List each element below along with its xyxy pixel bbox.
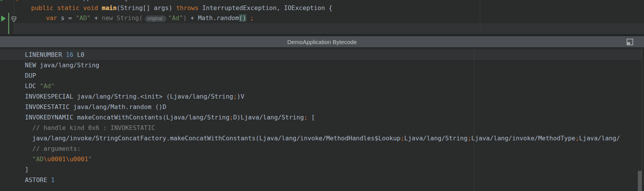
java-code-line: public static void main(String[] args) t… bbox=[16, 3, 644, 13]
run-icon-clipped bbox=[1, 0, 5, 1]
code-token: ; bbox=[229, 114, 233, 121]
code-token: 16 bbox=[66, 51, 73, 58]
code-token: ; bbox=[233, 93, 237, 100]
code-token bbox=[10, 155, 32, 163]
code-token: ; bbox=[250, 14, 254, 22]
code-token: INVOKESPECIAL java/lang/String.<init> (L… bbox=[10, 93, 233, 100]
code-token: // arguments: bbox=[10, 145, 81, 152]
java-code-line: var s = "AD" + new String(original:"Ad")… bbox=[16, 13, 644, 23]
bytecode-line: ASTORE 1 bbox=[10, 175, 642, 185]
code-token: [ bbox=[308, 114, 315, 121]
code-token: (String[] args) bbox=[117, 4, 176, 12]
code-token: ] bbox=[10, 166, 29, 173]
code-token: + Math. bbox=[190, 14, 216, 22]
code-token: ; bbox=[468, 135, 471, 142]
scrollbar-track-border bbox=[642, 47, 642, 191]
bytecode-line: // handle kind 0x6 : INVOKESTATIC bbox=[10, 123, 642, 133]
inlay-hint: original: bbox=[145, 15, 166, 22]
bytecode-line: INVOKESTATIC java/lang/Math.random ()D bbox=[10, 102, 642, 112]
code-token: public class bbox=[16, 0, 64, 2]
code-token: NEW java/lang/String bbox=[10, 61, 99, 69]
java-editor[interactable]: public class DemoApplication { public st… bbox=[0, 0, 644, 34]
caret-line-highlight bbox=[14, 23, 644, 34]
code-token: throws bbox=[176, 4, 202, 12]
code-token: Ljava/lang/String bbox=[404, 135, 468, 142]
code-token: "AD bbox=[32, 155, 44, 163]
bytecode-panel-header[interactable]: DemoApplication Bytecode bbox=[0, 36, 644, 47]
code-token: new String( bbox=[102, 14, 143, 22]
code-token: DUP bbox=[10, 72, 36, 79]
code-token: 1 bbox=[51, 176, 55, 184]
bytecode-lines: LINENUMBER 16 L0 NEW java/lang/String DU… bbox=[0, 47, 642, 185]
bytecode-line: "AD\u0001\u0001" bbox=[10, 154, 642, 164]
bytecode-line: DUP bbox=[10, 70, 642, 81]
bytecode-line: NEW java/lang/String bbox=[10, 60, 642, 70]
code-token: s = bbox=[61, 14, 76, 22]
code-token: DemoApplication { bbox=[64, 0, 128, 2]
bytecode-line: LINENUMBER 16 L0 bbox=[10, 49, 642, 60]
java-code-line: public class DemoApplication { bbox=[16, 0, 644, 3]
fold-arrow-icon[interactable] bbox=[11, 16, 17, 23]
code-token: ; bbox=[304, 114, 308, 121]
bytecode-editor[interactable]: LINENUMBER 16 L0 NEW java/lang/String DU… bbox=[0, 47, 644, 191]
bytecode-line: java/lang/invoke/StringConcatFactory.mak… bbox=[10, 133, 642, 143]
bytecode-line: INVOKEDYNAMIC makeConcatWithConstants(Lj… bbox=[10, 112, 642, 123]
code-token: "AD" bbox=[76, 14, 91, 22]
code-token: InterruptedException, IOException { bbox=[202, 4, 332, 12]
bytecode-line: INVOKESPECIAL java/lang/String.<init> (L… bbox=[10, 91, 642, 102]
code-token: java/lang/invoke/StringConcatFactory.mak… bbox=[10, 135, 400, 142]
code-token: main bbox=[102, 4, 117, 12]
code-token: LINENUMBER bbox=[10, 51, 66, 58]
bytecode-line: LDC "Ad" bbox=[10, 81, 642, 91]
code-token: + bbox=[91, 14, 102, 22]
vcs-change-marker bbox=[8, 13, 9, 34]
code-token: public static void bbox=[31, 4, 102, 12]
code-token: var bbox=[46, 14, 61, 22]
bytecode-line: // arguments: bbox=[10, 143, 642, 154]
code-token: Ljava/lang/invoke/MethodType bbox=[471, 135, 576, 142]
code-token: " bbox=[88, 155, 92, 163]
code-token bbox=[16, 14, 46, 22]
java-code-lines: public class DemoApplication { public st… bbox=[0, 0, 644, 23]
code-token: D)Ljava/lang/String bbox=[233, 114, 304, 121]
code-token: ; bbox=[400, 135, 404, 142]
code-token: )V bbox=[237, 93, 244, 100]
code-token: INVOKEDYNAMIC makeConcatWithConstants(Lj… bbox=[10, 114, 229, 121]
code-token: () bbox=[239, 14, 246, 22]
code-token bbox=[16, 4, 31, 12]
code-token: ; bbox=[575, 135, 579, 142]
code-token bbox=[246, 14, 250, 22]
ide-screen: public class DemoApplication { public st… bbox=[0, 0, 644, 191]
code-token: \u0001\u0001 bbox=[44, 155, 88, 163]
code-token: Ljava/lang/ bbox=[579, 135, 620, 142]
code-token: LDC bbox=[10, 82, 40, 90]
code-token: ASTORE bbox=[10, 176, 51, 184]
scrollbar-thumb[interactable] bbox=[638, 171, 642, 191]
code-token: L0 bbox=[73, 51, 85, 58]
bytecode-line: ] bbox=[10, 164, 642, 175]
code-token: "Ad" bbox=[168, 14, 183, 22]
run-icon[interactable] bbox=[1, 15, 6, 22]
code-token: // handle kind 0x6 : INVOKESTATIC bbox=[10, 124, 155, 131]
code-token: ) bbox=[183, 14, 190, 22]
code-token: "Ad" bbox=[40, 82, 55, 90]
float-window-icon[interactable] bbox=[627, 39, 633, 45]
code-token: INVOKESTATIC java/lang/Math.random ()D bbox=[10, 103, 166, 111]
code-token: random bbox=[217, 14, 239, 22]
panel-title: DemoApplication Bytecode bbox=[0, 37, 644, 47]
